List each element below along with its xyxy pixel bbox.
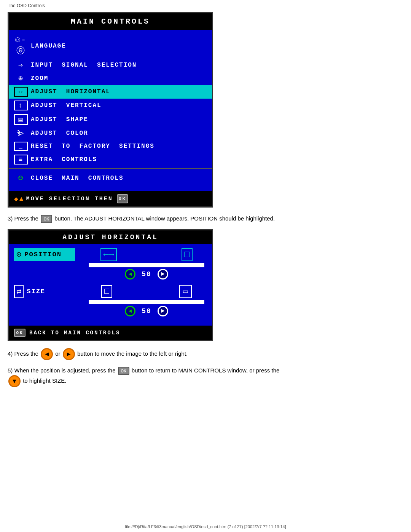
position-slider — [86, 263, 207, 267]
close-icon: ⊖ — [14, 173, 28, 183]
position-row: ⊙ POSITION ←→ □ ◄ 50 ► — [14, 248, 207, 280]
size-icon-narrow: □ — [101, 285, 112, 298]
menu-item-extra[interactable]: ≡ EXTRA CONTROLS — [9, 153, 212, 166]
shape-icon: ▤ — [14, 114, 28, 125]
menu-item-language[interactable]: ☺-ⓔ LANGUAGE — [9, 34, 212, 58]
color-icon: ⛷ — [14, 129, 28, 138]
joystick-icon: ◆▲ — [14, 195, 25, 203]
size-slider — [86, 300, 207, 304]
step4-text2: or — [55, 350, 60, 357]
adj-footer: OK BACK TO MAIN CONTROLS — [9, 326, 212, 340]
extra-label: EXTRA CONTROLS — [31, 156, 97, 163]
menu-item-reset[interactable]: _ RESET TO FACTORY SETTINGS — [9, 140, 212, 153]
size-icon-wide: ▭ — [179, 285, 192, 298]
step3-text2: button. The ADJUST HORIZONTAL window app… — [54, 215, 275, 222]
language-icon: ☺-ⓔ — [14, 35, 28, 56]
reset-label: RESET TO FACTORY SETTINGS — [31, 143, 155, 150]
size-bar — [89, 300, 204, 304]
position-value: 50 — [142, 270, 151, 278]
reset-icon: _ — [14, 142, 28, 151]
color-label: ADJUST COLOR — [31, 130, 88, 137]
extra-icon: ≡ — [14, 155, 28, 165]
size-row: ⇄ SIZE □ ▭ ◄ 50 ► — [14, 285, 207, 316]
position-left-btn[interactable]: ◄ — [125, 269, 135, 280]
menu-item-horizontal[interactable]: ↔ ADJUST HORIZONTAL — [9, 85, 212, 99]
position-bar — [89, 263, 204, 267]
position-text: POSITION — [24, 251, 62, 258]
size-left-btn[interactable]: ◄ — [125, 306, 135, 316]
step5-instruction: 5) When the position is adjusted, press … — [8, 366, 403, 387]
step3-instruction: 3) Press the OK button. The ADJUST HORIZ… — [8, 214, 403, 223]
menu-item-close[interactable]: ⊖ CLOSE MAIN CONTROLS — [9, 171, 212, 185]
vertical-icon: ↕ — [14, 101, 28, 110]
osd-footer: ◆▲ MOVE SELECTION THEN OK — [9, 191, 212, 206]
position-right-btn[interactable]: ► — [158, 269, 168, 280]
menu-item-color[interactable]: ⛷ ADJUST COLOR — [9, 127, 212, 140]
menu-item-zoom[interactable]: ⊕ ZOOM — [9, 72, 212, 85]
position-nav: ◄ 50 ► — [86, 269, 207, 280]
back-ok-icon: OK — [14, 329, 25, 337]
size-right-btn[interactable]: ► — [158, 306, 168, 316]
size-text: SIZE — [27, 288, 45, 295]
vertical-label: ADJUST VERTICAL — [31, 102, 102, 109]
step4-text3: button to move the image to the left or … — [77, 350, 188, 357]
down-arrow-btn[interactable]: ▼ — [8, 375, 21, 387]
close-label: CLOSE MAIN CONTROLS — [31, 175, 124, 182]
input-label: INPUT SIGNAL SELECTION — [31, 62, 137, 69]
step4-text1: 4) Press the — [8, 350, 38, 357]
position-controls: ←→ □ ◄ 50 ► — [86, 248, 207, 280]
page-footer: file:///D|/Rita/LF3/lf3manual/english/OS… — [0, 524, 411, 529]
step5-text3: to highlight SIZE. — [23, 377, 66, 384]
size-value: 50 — [142, 307, 151, 315]
horizontal-icon: ↔ — [14, 87, 28, 97]
step4-instruction: 4) Press the ◄ or ► button to move the i… — [8, 348, 403, 360]
zoom-label: ZOOM — [31, 75, 48, 82]
pos-icon-right: □ — [182, 248, 192, 261]
position-icons-row: ←→ □ — [86, 248, 207, 261]
osd-menu: ☺-ⓔ LANGUAGE ⇒ INPUT SIGNAL SELECTION ⊕ … — [9, 30, 212, 191]
ok-inline-button2: OK — [118, 367, 129, 375]
ok-inline-button: OK — [41, 215, 52, 223]
menu-item-shape[interactable]: ▤ ADJUST SHAPE — [9, 112, 212, 127]
ok-button-icon: OK — [117, 194, 128, 203]
adj-title: ADJUST HORIZONTAL — [9, 230, 212, 244]
left-arrow-btn[interactable]: ◄ — [41, 348, 53, 360]
menu-item-vertical[interactable]: ↕ ADJUST VERTICAL — [9, 99, 212, 112]
back-label: BACK TO MAIN CONTROLS — [29, 330, 120, 336]
size-icons-row: □ ▭ — [86, 285, 207, 298]
size-controls: □ ▭ ◄ 50 ► — [86, 285, 207, 316]
language-label: LANGUAGE — [31, 43, 66, 50]
zoom-icon: ⊕ — [14, 73, 28, 83]
step5-text1: 5) When the position is adjusted, press … — [8, 367, 116, 374]
main-controls-panel: MAIN CONTROLS ☺-ⓔ LANGUAGE ⇒ INPUT SIGNA… — [8, 12, 213, 208]
footer-text: MOVE SELECTION THEN — [26, 196, 113, 202]
adjust-horizontal-panel: ADJUST HORIZONTAL ⊙ POSITION ←→ □ ◄ 50 — [8, 229, 213, 341]
step3-text1: 3) Press the — [8, 215, 38, 222]
position-icon: ⊙ — [16, 249, 21, 260]
main-controls-title: MAIN CONTROLS — [9, 13, 212, 30]
menu-item-input[interactable]: ⇒ INPUT SIGNAL SELECTION — [9, 58, 212, 72]
size-label-block: ⇄ SIZE — [14, 285, 75, 298]
right-arrow-btn[interactable]: ► — [63, 348, 75, 360]
shape-label: ADJUST SHAPE — [31, 116, 88, 123]
size-nav: ◄ 50 ► — [86, 306, 207, 316]
position-label-block: ⊙ POSITION — [14, 248, 75, 261]
adj-body: ⊙ POSITION ←→ □ ◄ 50 ► — [9, 244, 212, 326]
breadcrumb: The OSD Controls — [8, 3, 403, 8]
size-icon: ⇄ — [14, 285, 24, 298]
pos-icon-left: ←→ — [100, 248, 117, 261]
step5-text2: button to return to MAIN CONTROLS window… — [132, 367, 280, 374]
input-icon: ⇒ — [14, 60, 28, 70]
horizontal-label: ADJUST HORIZONTAL — [31, 88, 110, 95]
